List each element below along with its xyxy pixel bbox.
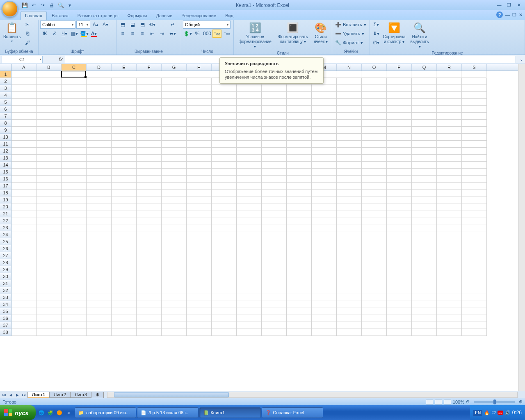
row-header[interactable]: 37 [0,322,11,329]
cell[interactable] [87,329,112,336]
row-header[interactable]: 20 [0,203,11,210]
cell[interactable] [437,141,462,148]
cell[interactable] [412,148,437,155]
cell[interactable] [387,113,412,120]
tab-formulas[interactable]: Формулы [123,11,151,20]
column-header[interactable]: B [37,64,62,71]
cell[interactable] [37,224,62,231]
cell[interactable] [287,280,312,287]
cell[interactable] [312,203,337,210]
cell[interactable] [312,252,337,259]
cell[interactable] [37,301,62,308]
cell[interactable] [187,252,212,259]
cell[interactable] [87,217,112,224]
cell[interactable] [287,85,312,92]
row-header[interactable]: 28 [0,259,11,266]
cell[interactable] [412,169,437,176]
cell[interactable] [137,162,162,169]
cell[interactable] [62,113,87,120]
cell[interactable] [462,273,487,280]
cell[interactable] [87,120,112,127]
column-header[interactable]: O [362,64,387,71]
cell[interactable] [462,308,487,315]
cell[interactable] [112,176,137,183]
cell[interactable] [462,329,487,336]
cell[interactable] [187,120,212,127]
cell[interactable] [262,148,287,155]
decrease-decimal-button[interactable]: ⁻₀₀ [222,30,231,38]
cell[interactable] [237,294,262,301]
cell[interactable] [62,120,87,127]
cell[interactable] [87,92,112,99]
cell[interactable] [362,78,387,85]
cell[interactable] [462,231,487,238]
cell[interactable] [412,294,437,301]
cell[interactable] [262,273,287,280]
cell[interactable] [37,162,62,169]
horizontal-scrollbar[interactable] [107,392,518,398]
cell[interactable] [87,106,112,113]
underline-button[interactable]: Ч ▾ [60,30,69,38]
zoom-out-button[interactable]: ⊖ [466,399,470,404]
cell[interactable] [37,210,62,217]
cell[interactable] [62,189,87,196]
cell[interactable] [437,273,462,280]
qat-preview-icon[interactable]: 🔍 [57,1,65,9]
tray-icon-3[interactable]: ati [498,411,503,415]
cell[interactable] [437,196,462,203]
row-header[interactable]: 1 [0,71,11,78]
cell[interactable] [412,134,437,141]
row-header[interactable]: 25 [0,238,11,245]
cell[interactable] [237,148,262,155]
cell[interactable] [37,294,62,301]
cell[interactable] [312,294,337,301]
cell[interactable] [412,85,437,92]
cell[interactable] [437,224,462,231]
cell[interactable] [237,210,262,217]
sheet-tab-1[interactable]: Лист1 [27,392,50,398]
cell[interactable] [11,71,37,78]
cell[interactable] [237,273,262,280]
cell[interactable] [312,245,337,252]
ribbon-close-icon[interactable]: ✕ [519,12,523,18]
cell[interactable] [362,196,387,203]
row-header[interactable]: 3 [0,85,11,92]
cell[interactable] [11,217,37,224]
cell[interactable] [11,189,37,196]
cell[interactable] [112,280,137,287]
cell[interactable] [437,245,462,252]
cell[interactable] [87,287,112,294]
cell[interactable] [187,266,212,273]
cell[interactable] [262,245,287,252]
cell[interactable] [337,308,362,315]
cell[interactable] [162,127,187,134]
cell[interactable] [212,169,237,176]
cell[interactable] [237,245,262,252]
cell[interactable] [262,231,287,238]
cell[interactable] [462,315,487,322]
cell[interactable] [312,287,337,294]
qat-redo-icon[interactable]: ↷ [39,1,47,9]
tray-icon-4[interactable]: 🔊 [505,410,511,415]
cell[interactable] [337,329,362,336]
cell[interactable] [212,183,237,189]
cell[interactable] [11,245,37,252]
cell[interactable] [212,113,237,120]
cell[interactable] [387,308,412,315]
cell[interactable] [212,294,237,301]
cell[interactable] [462,266,487,273]
cell[interactable] [262,280,287,287]
cell[interactable] [287,210,312,217]
cell[interactable] [11,329,37,336]
cell[interactable] [112,85,137,92]
cell[interactable] [187,127,212,134]
cell[interactable] [37,196,62,203]
cell[interactable] [162,99,187,106]
cell[interactable] [11,106,37,113]
sheet-new-icon[interactable]: ✻ [91,392,104,398]
cell[interactable] [62,238,87,245]
cell[interactable] [187,134,212,141]
cell[interactable] [387,120,412,127]
cell[interactable] [187,259,212,266]
cell[interactable] [287,134,312,141]
